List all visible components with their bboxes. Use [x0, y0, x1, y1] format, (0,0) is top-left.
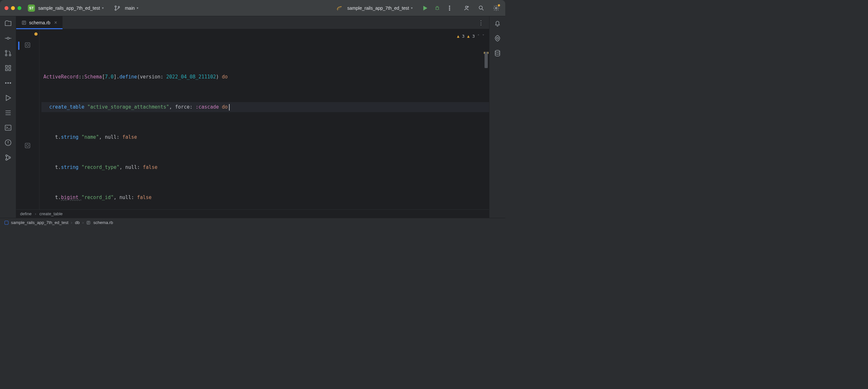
svg-point-2	[118, 6, 120, 7]
prev-highlight-icon[interactable]: ˄	[477, 31, 480, 41]
scrollbar-thumb[interactable]	[485, 52, 488, 68]
next-highlight-icon[interactable]: ˅	[482, 31, 485, 41]
module-icon	[4, 221, 8, 225]
editor[interactable]: ▲3 ▲3 ˄ ˅ ActiveRecord::Schema[7.0].defi…	[16, 29, 489, 210]
tab-schema-rb[interactable]: schema.rb ×	[16, 16, 63, 29]
close-window[interactable]	[4, 6, 8, 10]
nav-project[interactable]: sample_rails_app_7th_ed_test	[11, 220, 68, 225]
current-line: create_table "active_storage_attachments…	[41, 102, 489, 112]
svg-point-30	[26, 144, 29, 146]
svg-point-6	[449, 9, 450, 10]
svg-point-7	[465, 6, 467, 8]
crumb-define[interactable]: define	[20, 211, 31, 216]
branch-selector[interactable]: main ▾	[125, 5, 138, 11]
commit-tool-icon[interactable]	[4, 34, 12, 42]
svg-point-13	[9, 54, 11, 56]
svg-rect-15	[9, 65, 11, 67]
chevron-down-icon: ▾	[137, 6, 138, 10]
svg-rect-29	[25, 143, 30, 148]
ruby-file-icon	[86, 220, 91, 225]
pull-requests-icon[interactable]	[4, 49, 12, 57]
ruby-file-icon	[21, 20, 27, 25]
ai-assistant-icon[interactable]	[494, 34, 501, 42]
settings-icon[interactable]	[492, 4, 501, 12]
svg-point-12	[5, 54, 7, 56]
gutter-rails-icon[interactable]	[24, 142, 31, 149]
gutter[interactable]	[16, 29, 39, 210]
titlebar: ST sample_rails_app_7th_ed_test ▾ main ▾…	[0, 0, 505, 16]
project-tool-icon[interactable]	[4, 20, 12, 27]
caret	[229, 104, 229, 111]
window-controls	[4, 6, 21, 10]
svg-point-31	[497, 37, 498, 39]
run-tool-icon[interactable]	[4, 94, 12, 102]
branch-name: main	[125, 5, 135, 11]
svg-point-20	[10, 83, 11, 84]
code-with-me-icon[interactable]	[462, 4, 471, 12]
run-config-selector[interactable]: sample_rails_app_7th_ed_test ▾	[347, 5, 413, 11]
tab-label: schema.rb	[29, 20, 50, 25]
svg-point-19	[7, 83, 8, 84]
right-toolstrip	[489, 16, 505, 218]
svg-point-18	[5, 83, 6, 84]
weak-warning-count: 3	[472, 31, 475, 41]
change-marker[interactable]	[18, 41, 20, 50]
crumb-sep: ›	[35, 211, 36, 216]
svg-point-8	[479, 6, 482, 9]
editor-tabs: schema.rb × ⋮	[16, 16, 489, 29]
warning-icon: ▲	[467, 31, 470, 41]
search-icon[interactable]	[477, 4, 486, 12]
tab-overflow-icon[interactable]: ⋮	[475, 19, 487, 26]
structure-tool-icon[interactable]	[4, 64, 12, 72]
more-tools-icon[interactable]	[4, 79, 12, 87]
debug-button[interactable]	[433, 4, 442, 12]
svg-point-28	[26, 44, 29, 46]
notifications-icon[interactable]	[494, 20, 501, 27]
run-config-name: sample_rails_app_7th_ed_test	[347, 5, 409, 11]
svg-point-25	[9, 157, 10, 159]
svg-rect-16	[5, 69, 7, 71]
navigation-bar[interactable]: sample_rails_app_7th_ed_test › db › sche…	[0, 218, 505, 227]
project-selector[interactable]: sample_rails_app_7th_ed_test ▾	[38, 5, 104, 11]
code-content[interactable]: ▲3 ▲3 ˄ ˅ ActiveRecord::Schema[7.0].defi…	[39, 29, 489, 210]
chevron-down-icon: ▾	[102, 6, 104, 10]
minimize-window[interactable]	[11, 6, 15, 10]
warning-icon: ▲	[457, 31, 460, 41]
svg-point-10	[7, 37, 9, 39]
terminal-tool-icon[interactable]	[4, 124, 12, 132]
close-tab-icon[interactable]: ×	[54, 20, 57, 26]
svg-point-5	[449, 7, 450, 8]
project-badge: ST	[28, 4, 35, 12]
warning-count: 3	[462, 31, 465, 41]
svg-rect-21	[5, 125, 11, 130]
chevron-down-icon: ▾	[411, 6, 413, 10]
run-button[interactable]	[421, 4, 430, 12]
update-indicator	[498, 4, 500, 6]
svg-rect-17	[9, 69, 11, 71]
nav-db[interactable]: db	[75, 220, 79, 225]
crumb-create-table[interactable]: create_table	[39, 211, 63, 216]
branch-icon[interactable]	[113, 4, 122, 12]
svg-rect-14	[5, 65, 7, 67]
svg-rect-27	[25, 43, 30, 48]
svg-point-4	[449, 5, 450, 6]
project-name: sample_rails_app_7th_ed_test	[38, 5, 100, 11]
editor-area: schema.rb × ⋮ ▲3 ▲3 ˄ ˅ ActiveRecord::	[16, 16, 489, 218]
svg-point-23	[5, 155, 7, 157]
todo-tool-icon[interactable]	[4, 109, 12, 117]
database-tool-icon[interactable]	[494, 49, 501, 57]
rails-icon	[335, 4, 344, 12]
inspection-widget[interactable]: ▲3 ▲3 ˄ ˅	[457, 31, 485, 41]
svg-point-0	[115, 5, 116, 7]
svg-point-3	[436, 7, 438, 9]
zoom-window[interactable]	[18, 6, 21, 10]
problems-tool-icon[interactable]	[4, 139, 12, 146]
nav-file[interactable]: schema.rb	[93, 220, 113, 225]
gutter-rails-icon[interactable]	[24, 41, 31, 49]
svg-point-1	[115, 9, 116, 10]
breadcrumbs[interactable]: define › create_table	[16, 210, 489, 218]
inspection-status-dot[interactable]	[34, 32, 37, 36]
vcs-tool-icon[interactable]	[4, 154, 12, 161]
svg-point-32	[495, 50, 500, 52]
more-actions-icon[interactable]	[445, 4, 454, 12]
